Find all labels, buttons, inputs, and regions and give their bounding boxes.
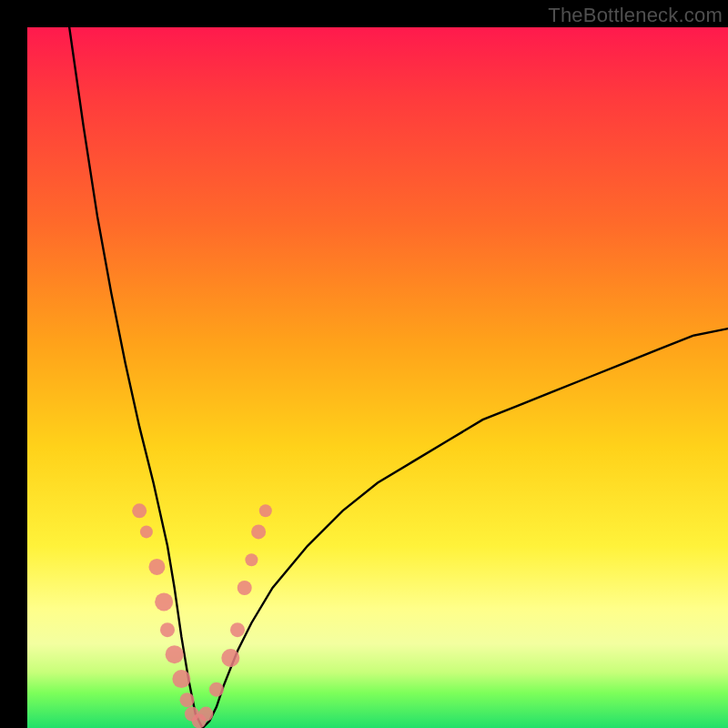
marker-dot bbox=[140, 525, 153, 538]
marker-dot bbox=[221, 649, 239, 667]
marker-dot bbox=[160, 622, 175, 637]
marker-dot bbox=[172, 670, 190, 688]
marker-dot bbox=[251, 524, 266, 539]
marker-dot bbox=[132, 503, 147, 518]
marker-dot bbox=[155, 592, 173, 611]
marker-dot bbox=[230, 622, 245, 637]
marker-dot bbox=[259, 504, 272, 517]
chart-svg bbox=[27, 27, 728, 728]
marker-dot bbox=[166, 645, 184, 663]
chart-frame: TheBottleneck.com bbox=[0, 0, 728, 728]
marker-dot bbox=[198, 707, 213, 722]
watermark-label: TheBottleneck.com bbox=[548, 4, 723, 27]
plot-area bbox=[27, 27, 728, 728]
marker-dot bbox=[245, 553, 258, 566]
marker-dot bbox=[148, 559, 165, 575]
highlight-dots bbox=[132, 503, 272, 728]
marker-dot bbox=[238, 581, 252, 595]
marker-dot bbox=[209, 682, 224, 697]
marker-dot bbox=[180, 693, 195, 707]
